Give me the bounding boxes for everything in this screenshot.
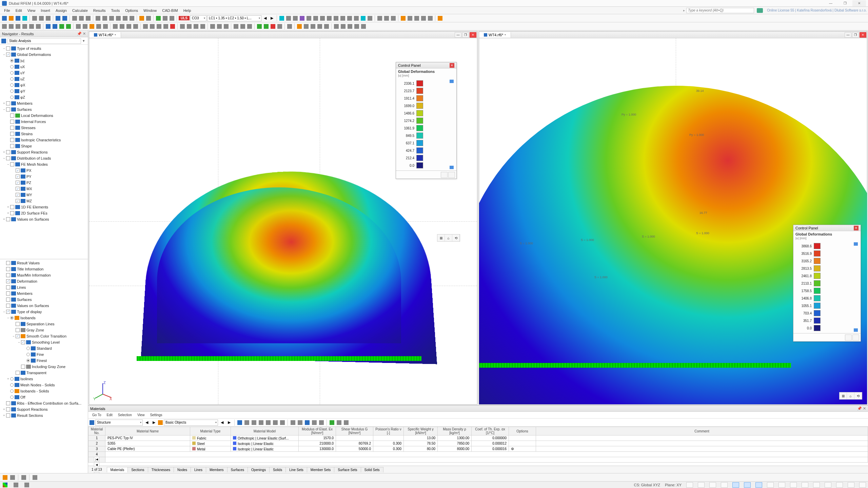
sb-4[interactable] xyxy=(721,482,728,488)
tb-u[interactable] xyxy=(427,15,433,21)
results-toggle-button[interactable] xyxy=(279,15,285,21)
tb2-ii[interactable] xyxy=(256,23,262,29)
sb-2[interactable] xyxy=(698,482,705,488)
tab-openings[interactable]: Openings xyxy=(248,467,270,472)
mt-p[interactable] xyxy=(336,420,342,426)
tree-item[interactable]: Finest xyxy=(0,358,88,364)
table-row[interactable]: 2S355SteelIsotropic | Linear Elastic2100… xyxy=(88,441,868,446)
sb-color[interactable] xyxy=(2,482,8,488)
tree-item[interactable]: +Support Reactions xyxy=(0,149,88,155)
tree-item[interactable]: +Result Sections xyxy=(0,412,88,419)
tree-item[interactable]: ✓Deformation xyxy=(0,278,88,284)
tree-item[interactable]: Strains xyxy=(0,131,88,137)
tb2-s[interactable] xyxy=(133,23,139,29)
tab-solid-sets[interactable]: Solid Sets xyxy=(361,467,383,472)
tb-i[interactable] xyxy=(340,15,346,21)
undo-button[interactable] xyxy=(55,15,61,21)
grid-button[interactable] xyxy=(145,15,152,21)
view-tool-2[interactable]: ⌂ xyxy=(445,235,452,241)
prev-case-button[interactable]: ◀ xyxy=(262,15,268,21)
page-prev[interactable]: ◀ xyxy=(94,462,99,467)
next-case-button[interactable]: ▶ xyxy=(269,15,275,21)
tb2-jj[interactable] xyxy=(263,23,269,29)
mt-c[interactable] xyxy=(237,420,243,426)
search-input[interactable] xyxy=(686,8,754,13)
tree-item[interactable]: −✓Type of display xyxy=(0,309,88,315)
table-row[interactable]: 5 xyxy=(88,457,868,463)
tree-item[interactable]: −✓Smoothing Level xyxy=(0,339,88,345)
view-tool-1[interactable]: ⊞ xyxy=(840,392,847,399)
tree-item[interactable]: ✓MX xyxy=(0,186,88,192)
vp-right-min[interactable]: — xyxy=(845,32,851,38)
tree-item[interactable]: −✓Smooth Color Transition xyxy=(0,333,88,339)
tb2-ss[interactable] xyxy=(333,23,339,29)
tb2-gg[interactable] xyxy=(240,23,246,29)
menu-edit[interactable]: Edit xyxy=(13,8,25,13)
report-button[interactable] xyxy=(45,15,51,21)
tb-q[interactable] xyxy=(400,15,406,21)
tree-item[interactable]: Isobands - Solids xyxy=(0,388,88,394)
new-file-button[interactable] xyxy=(1,15,7,21)
tree-item[interactable]: φX xyxy=(0,82,88,88)
viewport-left-canvas[interactable]: Control Panel✕ Global Deformations|u| [m… xyxy=(89,38,477,404)
tb2-ww[interactable] xyxy=(360,23,367,29)
tab-sections[interactable]: Sections xyxy=(127,467,148,472)
tree-item[interactable]: |u| xyxy=(0,58,88,64)
tb2-p[interactable] xyxy=(112,23,118,29)
tb-m[interactable] xyxy=(367,15,373,21)
tb2-j[interactable] xyxy=(65,23,72,29)
mt-q[interactable] xyxy=(343,420,349,426)
category-combo[interactable]: Basic Objects xyxy=(164,420,218,426)
tb2-ee[interactable] xyxy=(223,23,229,29)
tree-item[interactable]: Gray Zone xyxy=(0,327,88,333)
bt-b[interactable] xyxy=(9,474,16,481)
tb2-ll[interactable] xyxy=(277,23,283,29)
tab-member-sets[interactable]: Member Sets xyxy=(307,467,334,472)
tree-item[interactable]: +1D FE Elements xyxy=(0,204,88,210)
tb-c[interactable] xyxy=(299,15,305,21)
tab-solids[interactable]: Solids xyxy=(269,467,286,472)
tb-f[interactable] xyxy=(319,15,326,21)
sb-8[interactable] xyxy=(767,482,774,488)
sb-12[interactable] xyxy=(813,482,820,488)
sb-9[interactable] xyxy=(778,482,785,488)
view-2-button[interactable] xyxy=(102,15,108,21)
vp-left-max[interactable]: ❐ xyxy=(462,32,469,38)
sb-16[interactable] xyxy=(859,482,866,488)
tb-p[interactable] xyxy=(390,15,396,21)
axes-button[interactable] xyxy=(139,15,145,21)
tb2-hh[interactable] xyxy=(246,23,253,29)
menu-options[interactable]: Options xyxy=(122,8,141,13)
tree-item[interactable]: Values on Surfaces xyxy=(0,303,88,309)
tb2-i[interactable] xyxy=(59,23,65,29)
view-tool-2[interactable]: ⌂ xyxy=(847,392,854,399)
tree-item[interactable]: Internal Forces xyxy=(0,119,88,125)
mt-h[interactable] xyxy=(272,420,278,426)
tab-lines[interactable]: Lines xyxy=(191,467,206,472)
tree-item[interactable]: ✓PY xyxy=(0,174,88,180)
view-3-button[interactable] xyxy=(108,15,115,21)
tree-item[interactable]: ✓MZ xyxy=(0,198,88,204)
sb-1[interactable] xyxy=(686,482,693,488)
menu-tools[interactable]: Tools xyxy=(108,8,122,13)
menu-window[interactable]: Window xyxy=(141,8,159,13)
vp-right-max[interactable]: ❐ xyxy=(852,32,859,38)
tree-item[interactable]: Transparent xyxy=(0,370,88,376)
tree-item[interactable]: Lines xyxy=(0,284,88,290)
tb2-o[interactable] xyxy=(102,23,108,29)
bt-c[interactable] xyxy=(21,474,27,481)
table-row[interactable]: 3Cable PE (Pfeifer)MetalIsotropic | Line… xyxy=(88,446,868,452)
tb2-f[interactable] xyxy=(35,23,41,29)
load-next-button[interactable] xyxy=(169,15,175,21)
mt-j[interactable] xyxy=(290,420,296,426)
cut-button[interactable] xyxy=(72,15,78,21)
tree-item[interactable]: −Type of results xyxy=(0,45,88,52)
open-file-button[interactable] xyxy=(8,15,14,21)
tb2-z[interactable] xyxy=(186,23,192,29)
vp-left-close[interactable]: ✕ xyxy=(470,32,476,38)
tb2-k[interactable] xyxy=(75,23,81,29)
cp-btn-1[interactable] xyxy=(441,172,448,178)
tree-item[interactable]: −Distribution of Loads xyxy=(0,155,88,161)
tree-item[interactable]: φZ xyxy=(0,94,88,100)
tb2-h[interactable] xyxy=(52,23,58,29)
